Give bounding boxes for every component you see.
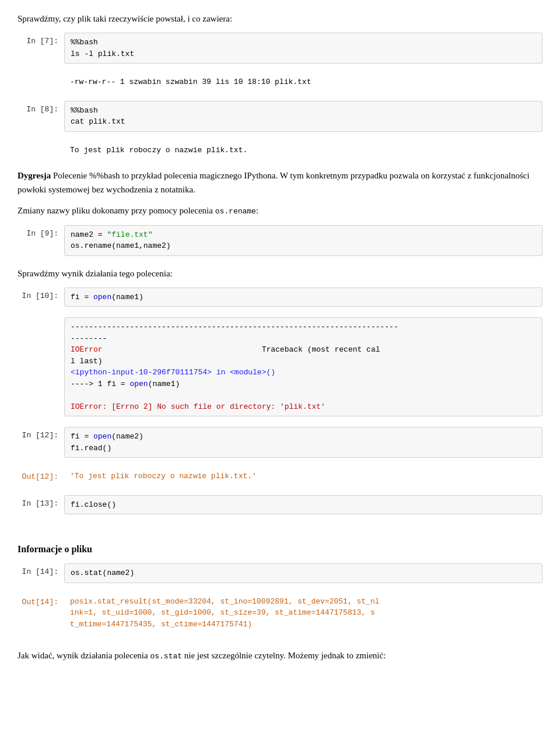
footer-inline-code: os.stat (150, 652, 182, 661)
section-title-info: Informacje o pliku (18, 542, 542, 556)
output-7-label (18, 74, 64, 77)
output-8-label (18, 142, 64, 145)
cell-14-label: In [14]: (18, 563, 64, 578)
zmiany-text2: : (256, 206, 258, 215)
cell-14-code[interactable]: os.stat(name2) (64, 563, 542, 583)
footer-paragraph: Jak widać, wynik działania polecenia os.… (18, 648, 542, 663)
cell-8-label: In [8]: (18, 101, 64, 115)
cell-9-code[interactable]: name2 = "file.txt" os.rename(name1,name2… (64, 225, 542, 256)
cell-8-code[interactable]: %%bash cat plik.txt (64, 101, 542, 132)
cell-12-label: In [12]: (18, 427, 64, 441)
output-12-label: Out[12]: (18, 468, 64, 483)
output-10-label (18, 317, 64, 320)
cell-12-code[interactable]: fi = open(name2) fi.read() (64, 427, 542, 458)
cell-13: In [13]: fi.close() (18, 495, 542, 515)
cell-10: In [10]: fi = open(name1) (18, 287, 542, 307)
ioerror-message: IOError: [Errno 2] No such file or direc… (71, 402, 326, 411)
cell-12: In [12]: fi = open(name2) fi.read() (18, 427, 542, 458)
output-7-text: -rw-rw-r-- 1 szwabin szwabin 39 lis 10 1… (64, 74, 542, 90)
output-14: Out[14]: posix.stat_result(st_mode=33204… (18, 594, 542, 633)
cell-14: In [14]: os.stat(name2) (18, 563, 542, 583)
intro-paragraph: Sprawdźmy, czy plik taki rzeczywiście po… (18, 12, 542, 26)
output-8: To jest plik roboczy o nazwie plik.txt. (18, 142, 542, 159)
cell-10-label: In [10]: (18, 287, 64, 302)
dygresja-paragraph: Dygresja Polecenie %%bash to przykład po… (18, 169, 542, 197)
output-10-error-box: ----------------------------------------… (64, 317, 542, 416)
cell-7-label: In [7]: (18, 33, 64, 47)
output-7: -rw-rw-r-- 1 szwabin szwabin 39 lis 10 1… (18, 74, 542, 90)
cell-13-label: In [13]: (18, 495, 64, 510)
cell-10-code[interactable]: fi = open(name1) (64, 287, 542, 307)
output-14-text: posix.stat_result(st_mode=33204, st_ino=… (64, 594, 542, 633)
output-12-text: 'To jest plik roboczy o nazwie plik.txt.… (64, 468, 542, 485)
ioerror-label: IOError (71, 345, 103, 354)
cell-13-code[interactable]: fi.close() (64, 495, 542, 515)
footer-text2: nie jest szczególnie czytelny. Możemy je… (182, 651, 386, 660)
cell-7: In [7]: %%bash ls -l plik.txt (18, 33, 542, 64)
dygresja-text: Polecenie %%bash to przykład polecenia m… (18, 171, 530, 194)
zmiany-inline-code: os.rename (215, 207, 256, 216)
zmiany-paragraph: Zmiany nazwy pliku dokonamy przy pomocy … (18, 204, 542, 218)
footer-text1: Jak widać, wynik działania polecenia (18, 651, 150, 660)
zmiany-text1: Zmiany nazwy pliku dokonamy przy pomocy … (18, 206, 215, 215)
sprawdzmy-paragraph: Sprawdźmy wynik działania tego polecenia… (18, 266, 542, 280)
output-10-error: ----------------------------------------… (18, 317, 542, 416)
cell-7-code[interactable]: %%bash ls -l plik.txt (64, 33, 542, 64)
cell-8: In [8]: %%bash cat plik.txt (18, 101, 542, 132)
output-14-label: Out[14]: (18, 594, 64, 608)
cell-9: In [9]: name2 = "file.txt" os.rename(nam… (18, 225, 542, 256)
ipython-input-ref: <ipython-input-10-296f70111754> in <modu… (71, 368, 275, 377)
output-12: Out[12]: 'To jest plik roboczy o nazwie … (18, 468, 542, 485)
dygresja-bold: Dygresja (18, 171, 51, 180)
output-8-text: To jest plik roboczy o nazwie plik.txt. (64, 142, 542, 159)
cell-9-label: In [9]: (18, 225, 64, 240)
